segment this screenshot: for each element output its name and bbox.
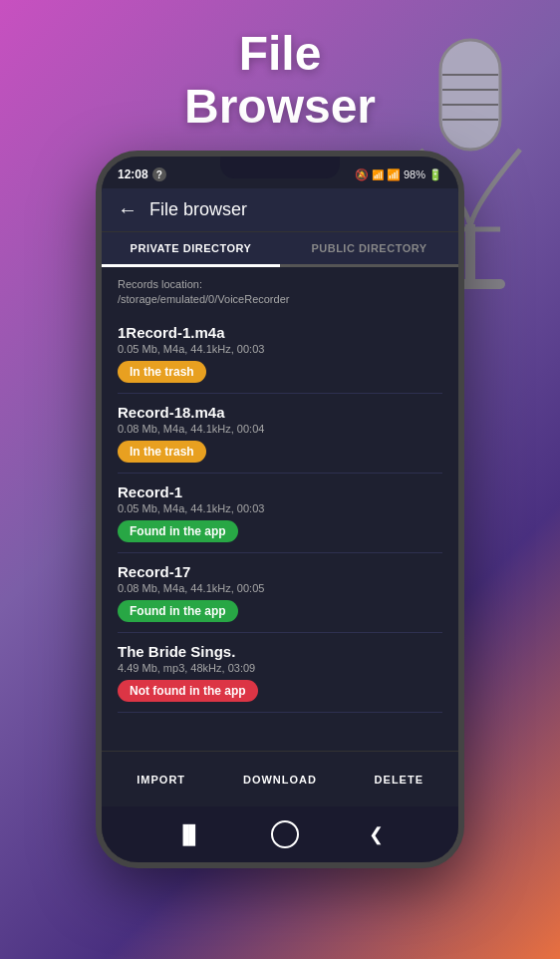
back-button[interactable]: ← <box>118 198 138 221</box>
app-content: ← File browser PRIVATE DIRECTORY PUBLIC … <box>102 188 458 806</box>
records-location: Records location: /storage/emulated/0/Vo… <box>102 267 458 314</box>
file-item-0[interactable]: 1Record-1.m4a 0.05 Mb, M4a, 44.1kHz, 00:… <box>118 314 442 394</box>
home-button[interactable] <box>271 820 299 848</box>
wifi-icon: 📶 <box>387 168 401 181</box>
page-title: File Browser <box>184 28 376 134</box>
file-list: 1Record-1.m4a 0.05 Mb, M4a, 44.1kHz, 00:… <box>102 314 458 751</box>
file-name-2: Record-1 <box>118 483 442 500</box>
sim-icon: 📶 <box>372 169 384 180</box>
badge-trash-1: In the trash <box>118 441 206 463</box>
tab-public-directory[interactable]: PUBLIC DIRECTORY <box>280 232 458 267</box>
battery-icon: 🔋 <box>428 168 442 181</box>
help-icon: ? <box>152 167 166 181</box>
mute-icon: 🔕 <box>355 168 369 181</box>
file-meta-3: 0.08 Mb, M4a, 44.1kHz, 00:05 <box>118 582 442 594</box>
badge-found-3: Found in the app <box>118 600 238 622</box>
battery-display: 98% <box>404 168 425 180</box>
header-title: File browser <box>149 199 247 220</box>
back-nav-button[interactable]: ❮ <box>369 823 384 845</box>
badge-trash-0: In the trash <box>118 361 206 383</box>
file-meta-2: 0.05 Mb, M4a, 44.1kHz, 00:03 <box>118 502 442 514</box>
svg-rect-0 <box>440 40 500 150</box>
badge-found-2: Found in the app <box>118 520 238 542</box>
file-item-1[interactable]: Record-18.m4a 0.08 Mb, M4a, 44.1kHz, 00:… <box>118 394 442 474</box>
tab-private-directory[interactable]: PRIVATE DIRECTORY <box>102 232 280 267</box>
file-name-1: Record-18.m4a <box>118 404 442 421</box>
status-icons: 🔕 📶 📶 98% 🔋 <box>355 168 442 181</box>
download-button[interactable]: DOWNLOAD <box>220 752 339 806</box>
file-item-2[interactable]: Record-1 0.05 Mb, M4a, 44.1kHz, 00:03 Fo… <box>118 474 442 553</box>
file-item-4[interactable]: The Bride Sings. 4.49 Mb, mp3, 48kHz, 03… <box>118 633 442 713</box>
app-header: ← File browser <box>102 188 458 232</box>
file-name-4: The Bride Sings. <box>118 643 442 660</box>
file-meta-4: 4.49 Mb, mp3, 48kHz, 03:09 <box>118 662 442 674</box>
phone-frame: 12:08 ? 🔕 📶 📶 98% 🔋 ← File browser PRIVA… <box>96 151 464 868</box>
time-display: 12:08 <box>118 167 148 181</box>
tab-bar: PRIVATE DIRECTORY PUBLIC DIRECTORY <box>102 232 458 267</box>
import-button[interactable]: IMPORT <box>102 752 220 806</box>
title-line1: File <box>239 27 322 80</box>
delete-button[interactable]: DELETE <box>340 752 458 806</box>
title-line2: Browser <box>184 80 376 133</box>
system-nav: ▐▌ ❮ <box>102 806 458 862</box>
file-meta-0: 0.05 Mb, M4a, 44.1kHz, 00:03 <box>118 343 442 355</box>
file-name-0: 1Record-1.m4a <box>118 324 442 341</box>
svg-rect-6 <box>465 224 475 284</box>
file-name-3: Record-17 <box>118 563 442 580</box>
recent-apps-button[interactable]: ▐▌ <box>176 824 202 845</box>
bottom-action-bar: IMPORT DOWNLOAD DELETE <box>102 751 458 806</box>
file-item-3[interactable]: Record-17 0.08 Mb, M4a, 44.1kHz, 00:05 F… <box>118 553 442 633</box>
file-meta-1: 0.08 Mb, M4a, 44.1kHz, 00:04 <box>118 423 442 435</box>
status-time: 12:08 ? <box>118 167 166 181</box>
badge-notfound-4: Not found in the app <box>118 680 258 702</box>
phone-notch <box>220 157 340 178</box>
